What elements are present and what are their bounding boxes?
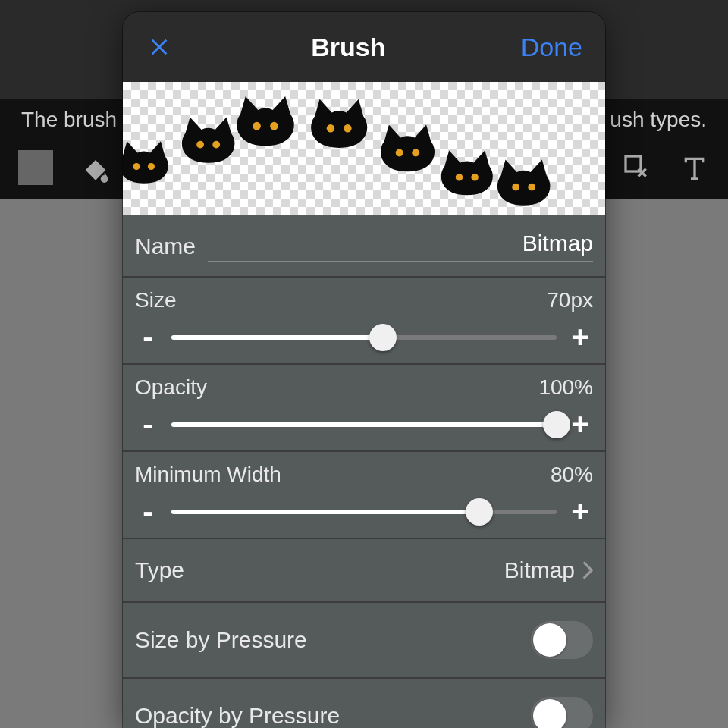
size-plus-button[interactable]: + xyxy=(567,320,593,354)
type-row[interactable]: Type Bitmap xyxy=(123,538,605,601)
size-by-pressure-row: Size by Pressure xyxy=(123,601,605,677)
name-label: Name xyxy=(135,234,196,259)
chevron-right-icon xyxy=(582,561,593,579)
size-label: Size xyxy=(135,288,176,312)
close-icon xyxy=(147,35,171,59)
min-width-value: 80% xyxy=(551,463,593,487)
min-width-row: Minimum Width 80% - + xyxy=(123,450,605,538)
toggle-knob xyxy=(533,623,566,657)
name-row: Name Bitmap xyxy=(123,215,605,276)
sheet-header: Brush Done xyxy=(123,12,605,82)
brush-preview xyxy=(123,82,605,215)
brush-stamp-icon xyxy=(494,156,553,206)
size-slider[interactable] xyxy=(171,326,557,349)
opacity-row: Opacity 100% - + xyxy=(123,363,605,450)
select-tool-icon[interactable] xyxy=(622,152,652,183)
opacity-slider-thumb[interactable] xyxy=(543,411,570,438)
opacity-by-pressure-row: Opacity by Pressure xyxy=(123,677,605,728)
brush-stamp-icon xyxy=(378,121,438,173)
svg-point-11 xyxy=(456,174,463,181)
opacity-value: 100% xyxy=(538,375,593,400)
min-width-minus-button[interactable]: - xyxy=(135,494,161,529)
background-message-right: ush types. xyxy=(610,108,707,132)
min-width-slider[interactable] xyxy=(171,500,557,523)
type-value: Bitmap xyxy=(504,557,575,583)
size-by-pressure-label: Size by Pressure xyxy=(135,627,307,653)
svg-point-9 xyxy=(396,149,403,157)
svg-point-10 xyxy=(412,149,419,157)
svg-point-7 xyxy=(327,124,334,132)
opacity-label: Opacity xyxy=(135,375,207,400)
opacity-slider[interactable] xyxy=(171,413,557,436)
brush-stamp-icon xyxy=(234,93,297,147)
sheet-title: Brush xyxy=(311,33,385,62)
size-value: 70px xyxy=(547,288,593,312)
svg-point-12 xyxy=(471,174,479,181)
done-button[interactable]: Done xyxy=(521,33,582,62)
svg-point-8 xyxy=(344,124,351,132)
svg-point-1 xyxy=(133,163,140,170)
brush-stamp-icon xyxy=(179,114,237,164)
min-width-plus-button[interactable]: + xyxy=(567,494,593,529)
brush-settings-sheet: Brush Done xyxy=(123,12,605,728)
size-minus-button[interactable]: - xyxy=(135,320,161,354)
name-input[interactable]: Bitmap xyxy=(208,231,593,262)
svg-point-13 xyxy=(512,184,519,191)
size-row: Size 70px - + xyxy=(123,276,605,363)
svg-point-6 xyxy=(270,122,278,130)
close-button[interactable] xyxy=(143,30,176,64)
size-slider-thumb[interactable] xyxy=(369,324,397,351)
settings-list: Name Bitmap Size 70px - + Opacity xyxy=(123,215,605,728)
min-width-label: Minimum Width xyxy=(135,463,281,487)
opacity-by-pressure-toggle[interactable] xyxy=(531,697,593,728)
opacity-plus-button[interactable]: + xyxy=(567,407,593,441)
opacity-minus-button[interactable]: - xyxy=(135,407,161,441)
toggle-knob xyxy=(533,699,566,728)
background-message-left: The brush xyxy=(21,108,117,132)
opacity-by-pressure-label: Opacity by Pressure xyxy=(135,703,340,728)
svg-point-3 xyxy=(196,141,204,149)
brush-stamp-icon xyxy=(123,138,171,184)
fill-tool-icon[interactable] xyxy=(80,152,111,183)
brush-stamp-icon xyxy=(308,96,370,149)
svg-point-5 xyxy=(253,122,261,130)
color-swatch[interactable] xyxy=(18,150,53,185)
type-label: Type xyxy=(135,557,184,583)
svg-point-14 xyxy=(528,184,535,191)
svg-point-2 xyxy=(148,163,155,170)
size-by-pressure-toggle[interactable] xyxy=(531,621,593,659)
text-tool-icon[interactable] xyxy=(679,152,710,183)
brush-stamp-icon xyxy=(438,147,496,196)
svg-point-4 xyxy=(212,141,220,149)
min-width-slider-thumb[interactable] xyxy=(466,498,493,526)
